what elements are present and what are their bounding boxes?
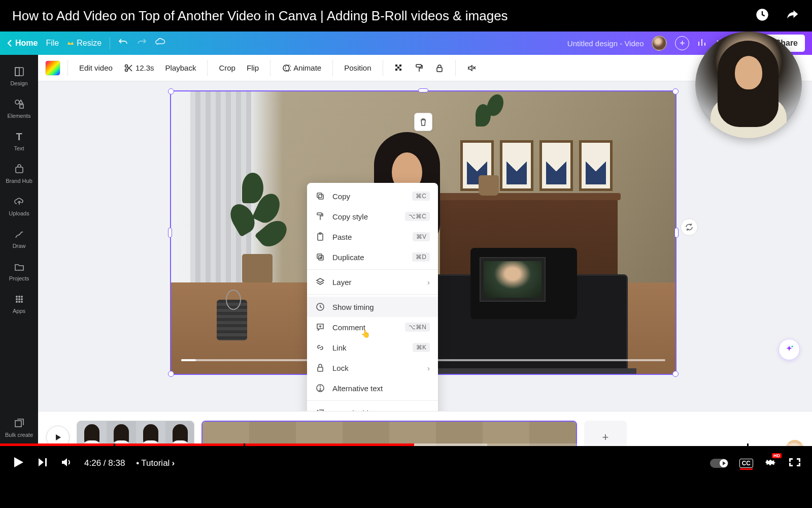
canva-header: Home File Resize Untitled design - Video… (0, 31, 812, 55)
svg-rect-31 (318, 234, 323, 240)
crop-button[interactable]: Crop (215, 60, 240, 75)
animate-button[interactable]: Animate (278, 60, 325, 76)
scissors-icon (124, 64, 133, 73)
svg-rect-30 (317, 213, 322, 215)
magic-button[interactable] (779, 339, 800, 360)
cm-duplicate[interactable]: Duplicate⌘D (307, 247, 438, 267)
cm-lock[interactable]: Lock› (307, 358, 438, 378)
analytics-icon[interactable] (697, 37, 707, 49)
svg-point-27 (792, 346, 793, 347)
svg-rect-5 (16, 167, 23, 173)
position-button[interactable]: Position (340, 60, 375, 75)
svg-point-6 (16, 296, 18, 298)
lock-icon (435, 64, 444, 73)
transparency-button[interactable] (390, 60, 408, 76)
crown-icon (67, 40, 74, 47)
nav-design[interactable]: Design (0, 60, 38, 91)
youtube-controls: 4:26 / 8:38 • Tutorial › CC HD (0, 446, 812, 481)
volume-button[interactable] (463, 60, 480, 76)
svg-rect-22 (397, 67, 399, 69)
nav-rail: Design Elements TText Brand Hub Uploads … (0, 55, 38, 481)
cm-copy-style[interactable]: Copy style⌥⌘C (307, 206, 438, 227)
cloud-sync-icon[interactable] (155, 37, 166, 49)
nav-bulk-create[interactable]: Bulk create (0, 411, 38, 443)
context-menu: Copy⌘C Copy style⌥⌘C Paste⌘V Duplicate⌘D… (307, 183, 438, 411)
yt-theater-button[interactable] (788, 457, 802, 470)
svg-point-14 (21, 301, 23, 303)
trim-button[interactable]: 12.3s (120, 60, 158, 76)
yt-captions-button[interactable]: CC (739, 459, 753, 468)
watch-later-icon[interactable] (755, 8, 769, 24)
color-picker[interactable] (45, 60, 60, 76)
document-title[interactable]: Untitled design - Video (567, 39, 644, 48)
delete-element-button[interactable] (414, 113, 432, 131)
nav-text[interactable]: TText (0, 125, 38, 156)
trash-icon (419, 117, 428, 126)
resize-menu[interactable]: Resize (67, 39, 101, 48)
canva-app: Home File Resize Untitled design - Video… (0, 31, 812, 481)
cm-comment[interactable]: Comment⌥⌘N (307, 317, 438, 337)
cm-detach-video[interactable]: Detach video (307, 403, 438, 411)
lock-button[interactable] (431, 60, 448, 76)
svg-point-11 (21, 298, 23, 300)
cm-alt-text[interactable]: Alternative text (307, 378, 438, 398)
playback-button[interactable]: Playback (161, 60, 200, 75)
svg-rect-21 (399, 65, 401, 67)
svg-point-7 (18, 296, 20, 298)
video-title: How to Add Video on Top of Another Video… (12, 8, 508, 24)
svg-rect-15 (15, 421, 21, 427)
svg-rect-25 (416, 65, 421, 67)
nav-elements[interactable]: Elements (0, 92, 38, 124)
svg-rect-4 (20, 105, 23, 108)
svg-point-10 (18, 298, 20, 300)
youtube-title-bar: How to Add Video on Top of Another Video… (0, 0, 812, 31)
user-avatar[interactable] (652, 36, 667, 51)
cm-copy[interactable]: Copy⌘C (307, 186, 438, 206)
svg-rect-24 (399, 69, 401, 71)
sync-button[interactable] (681, 218, 698, 236)
sparkle-icon (784, 344, 795, 355)
file-menu[interactable]: File (46, 39, 59, 48)
share-icon[interactable] (785, 7, 800, 24)
presenter-webcam (695, 31, 802, 138)
flip-button[interactable]: Flip (243, 60, 263, 75)
nav-projects[interactable]: Projects (0, 255, 38, 287)
svg-rect-23 (395, 69, 397, 71)
svg-point-12 (16, 301, 18, 303)
undo-button[interactable] (118, 37, 128, 49)
video-player-area: Home File Resize Untitled design - Video… (0, 31, 812, 481)
yt-chapter[interactable]: • Tutorial › (136, 458, 175, 468)
home-button[interactable]: Home (7, 39, 38, 48)
cursor-icon: 👆 (361, 329, 370, 338)
yt-autoplay-toggle[interactable] (710, 459, 728, 468)
nav-apps[interactable]: Apps (0, 288, 38, 319)
transparency-icon (394, 64, 403, 73)
nav-brand-hub[interactable]: Brand Hub (0, 157, 38, 189)
svg-rect-20 (395, 65, 397, 67)
animate-icon (282, 64, 291, 73)
cm-link[interactable]: Link⌘K (307, 337, 438, 358)
add-collaborator-button[interactable]: + (675, 36, 689, 50)
svg-rect-36 (318, 367, 323, 371)
yt-settings-button[interactable]: HD (764, 456, 776, 470)
svg-point-38 (320, 386, 321, 387)
style-copy-button[interactable] (411, 60, 428, 76)
edit-video-button[interactable]: Edit video (75, 60, 117, 75)
redo-button[interactable] (137, 37, 147, 49)
yt-play-button[interactable] (10, 455, 25, 472)
sync-icon (685, 223, 694, 232)
nav-draw[interactable]: Draw (0, 223, 38, 254)
nav-uploads[interactable]: Uploads (0, 190, 38, 221)
yt-time-display: 4:26 / 8:38 (84, 458, 125, 468)
canvas[interactable]: Copy⌘C Copy style⌥⌘C Paste⌘V Duplicate⌘D… (38, 81, 812, 411)
svg-point-13 (18, 301, 20, 303)
cm-layer[interactable]: Layer› (307, 272, 438, 292)
volume-mute-icon (467, 64, 476, 73)
yt-next-button[interactable] (37, 456, 49, 470)
svg-rect-2 (15, 68, 19, 76)
cm-show-timing[interactable]: Show timing (307, 297, 438, 317)
cm-paste[interactable]: Paste⌘V (307, 227, 438, 247)
yt-volume-button[interactable] (60, 456, 73, 471)
paint-roller-icon (415, 64, 424, 73)
svg-rect-29 (319, 195, 323, 199)
